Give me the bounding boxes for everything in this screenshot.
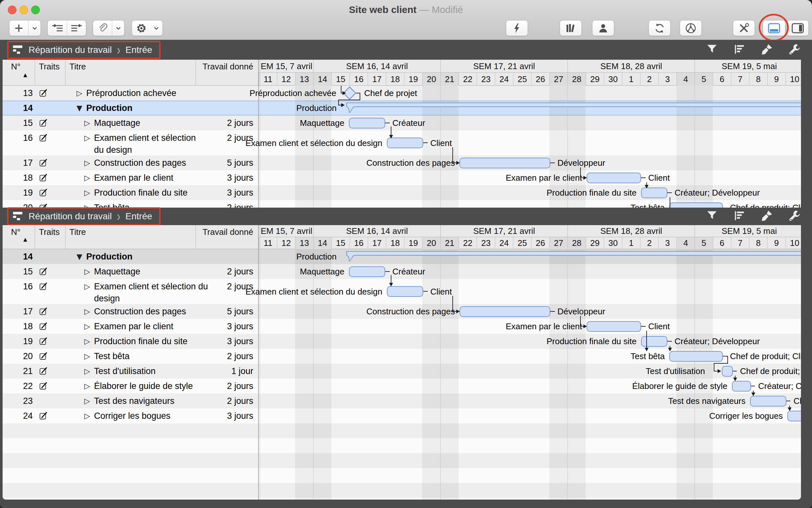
tools-button[interactable]	[733, 20, 755, 36]
disclosure-collapsed-icon[interactable]: ▷	[84, 200, 93, 208]
task-title[interactable]: Test bêta	[94, 349, 130, 364]
note-icon[interactable]	[39, 336, 48, 348]
view-options-icon[interactable]	[733, 43, 745, 56]
toggle-inspector-button[interactable]	[787, 20, 809, 36]
disclosure-collapsed-icon[interactable]: ▷	[84, 185, 93, 200]
task-title[interactable]: Maquettage	[94, 264, 140, 279]
toggle-bottom-view-button[interactable]	[763, 20, 785, 36]
summary-bar[interactable]	[346, 251, 801, 263]
disclosure-expanded-icon[interactable]: ▼	[77, 249, 85, 264]
col-header-effort[interactable]: Travail donné	[195, 227, 253, 237]
gantt-task-bar[interactable]	[587, 173, 641, 183]
col-header-num[interactable]: N°	[11, 227, 20, 237]
chevron-down-icon[interactable]	[112, 20, 124, 36]
assign-resource-button[interactable]	[592, 20, 614, 36]
view-options-icon[interactable]	[733, 210, 745, 223]
disclosure-collapsed-icon[interactable]: ▷	[84, 364, 93, 379]
note-icon[interactable]	[39, 133, 48, 145]
note-icon[interactable]	[39, 322, 48, 333]
gantt-task-bar[interactable]	[587, 321, 641, 332]
gantt-task-bar[interactable]	[722, 366, 733, 377]
breadcrumb-view[interactable]: Répartition du travail	[29, 211, 112, 221]
note-icon[interactable]	[39, 173, 48, 184]
task-title[interactable]: Examen client et sélection dudesign	[94, 279, 208, 305]
disclosure-collapsed-icon[interactable]: ▷	[84, 155, 93, 170]
col-header-num[interactable]: N°	[11, 61, 20, 72]
task-title[interactable]: Préproduction achevée	[86, 86, 176, 100]
task-title[interactable]: Examen par le client	[94, 170, 174, 185]
add-task-button[interactable]	[9, 20, 41, 36]
gantt-task-bar[interactable]	[669, 351, 723, 362]
note-icon[interactable]	[39, 381, 48, 393]
task-title[interactable]: Élaborer le guide de style	[94, 379, 193, 393]
settings-wrench-icon[interactable]	[788, 43, 801, 57]
task-title[interactable]: Examen client et sélectiondu design	[94, 130, 196, 156]
gantt-task-bar[interactable]	[641, 336, 667, 347]
gantt-task-bar[interactable]	[641, 187, 667, 198]
note-icon[interactable]	[39, 411, 48, 423]
disclosure-collapsed-icon[interactable]: ▷	[84, 170, 93, 185]
outdent-icon[interactable]	[67, 20, 86, 36]
disclosure-collapsed-icon[interactable]: ▷	[84, 319, 93, 334]
attach-button[interactable]	[93, 20, 125, 36]
summary-bar[interactable]	[346, 102, 801, 115]
note-icon[interactable]	[39, 203, 48, 208]
task-title[interactable]: Examen par le client	[94, 319, 174, 334]
breadcrumb-sub[interactable]: Entrée	[126, 211, 152, 221]
paperclip-icon[interactable]	[93, 20, 112, 36]
note-icon[interactable]	[39, 88, 48, 100]
note-icon[interactable]	[39, 188, 48, 200]
task-title[interactable]: Production	[86, 249, 133, 264]
gantt-task-bar[interactable]	[387, 286, 423, 297]
task-title[interactable]: Test des navigateurs	[94, 393, 175, 409]
gantt-task-bar[interactable]	[349, 118, 385, 128]
col-header-effort[interactable]: Travail donné	[195, 61, 253, 72]
clean-up-icon[interactable]	[761, 43, 773, 57]
note-icon[interactable]	[39, 267, 48, 278]
note-icon[interactable]	[39, 118, 48, 130]
resource-library-button[interactable]	[560, 20, 582, 36]
breadcrumb-sub[interactable]: Entrée	[126, 45, 152, 55]
disclosure-collapsed-icon[interactable]: ▷	[84, 349, 93, 364]
clean-up-icon[interactable]	[761, 210, 773, 223]
task-title[interactable]: Test bêta	[94, 200, 130, 208]
note-icon[interactable]	[39, 351, 48, 363]
gantt-task-bar[interactable]	[387, 137, 423, 148]
gantt-task-bar[interactable]	[787, 411, 801, 421]
col-header-traits[interactable]: Traits	[39, 227, 60, 237]
task-title[interactable]: Construction des pages	[94, 155, 186, 170]
task-title[interactable]: Maquettage	[94, 116, 140, 130]
task-title[interactable]: Production finale du site	[94, 185, 187, 200]
disclosure-collapsed-icon[interactable]: ▷	[84, 304, 93, 319]
gantt-task-bar[interactable]	[349, 266, 385, 277]
gear-icon[interactable]	[132, 20, 150, 36]
disclosure-expanded-icon[interactable]: ▼	[77, 100, 85, 116]
task-title[interactable]: Corriger les bogues	[94, 409, 171, 423]
note-icon[interactable]	[39, 282, 48, 293]
catch-up-button[interactable]	[506, 20, 528, 36]
sync-button[interactable]	[648, 20, 671, 36]
settings-wrench-icon[interactable]	[788, 210, 801, 223]
note-icon[interactable]	[39, 306, 48, 318]
disclosure-collapsed-icon[interactable]: ▷	[84, 409, 93, 423]
indent-icon[interactable]	[48, 20, 67, 36]
gantt-task-bar[interactable]	[459, 158, 550, 168]
gantt-task-bar[interactable]	[750, 396, 786, 407]
breadcrumb-view[interactable]: Répartition du travail	[29, 45, 112, 55]
gantt-task-bar[interactable]	[459, 306, 550, 317]
gantt-task-bar[interactable]	[669, 202, 723, 208]
disclosure-collapsed-icon[interactable]: ▷	[84, 130, 93, 145]
disclosure-collapsed-icon[interactable]: ▷	[84, 116, 93, 130]
chevron-down-icon[interactable]	[150, 20, 162, 36]
note-icon[interactable]	[39, 158, 48, 170]
disclosure-collapsed-icon[interactable]: ▷	[84, 334, 93, 349]
gantt-task-bar[interactable]	[732, 381, 751, 391]
disclosure-collapsed-icon[interactable]: ▷	[84, 379, 93, 393]
plus-icon[interactable]	[9, 20, 28, 36]
task-title[interactable]: Production finale du site	[94, 334, 187, 349]
task-title[interactable]: Production	[86, 100, 133, 116]
publish-button[interactable]	[680, 20, 702, 36]
filter-icon[interactable]	[706, 43, 718, 56]
filter-icon[interactable]	[706, 210, 718, 223]
task-title[interactable]: Test d'utilisation	[94, 364, 156, 379]
